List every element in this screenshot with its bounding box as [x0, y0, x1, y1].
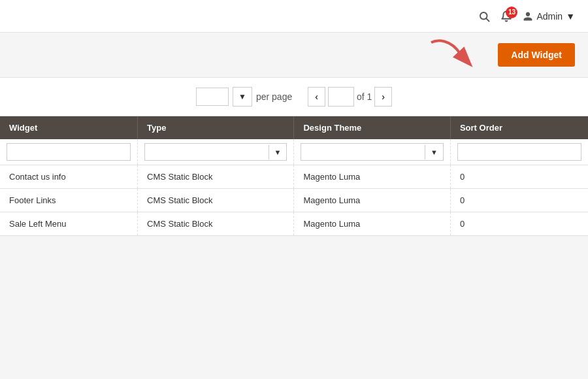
cell-sort_order: 0: [450, 212, 588, 236]
filter-type-arrow[interactable]: ▼: [269, 145, 287, 159]
notification-bell[interactable]: 13: [500, 10, 512, 22]
table-row[interactable]: Footer LinksCMS Static BlockMagento Luma…: [0, 189, 588, 212]
page-of-text: of 1: [357, 91, 372, 102]
cell-sort_order: 0: [450, 165, 588, 189]
search-icon[interactable]: [478, 10, 490, 22]
table-header-row: Widget Type Design Theme Sort Order: [0, 116, 588, 139]
col-type: Type: [138, 116, 294, 139]
filter-type-input[interactable]: [145, 144, 269, 160]
filter-widget-input[interactable]: [7, 143, 131, 161]
admin-label-text: Admin: [536, 11, 563, 22]
filter-theme-arrow[interactable]: ▼: [425, 145, 443, 159]
cell-type: CMS Static Block: [138, 189, 294, 212]
pagination-bar: 20 ▼ per page ‹ 1 of 1 ›: [0, 78, 588, 116]
cell-design_theme: Magento Luma: [294, 165, 450, 189]
admin-menu[interactable]: Admin ▼: [523, 11, 575, 22]
per-page-input[interactable]: 20: [196, 88, 229, 106]
filter-row: ▼ ▼: [0, 139, 588, 165]
svg-line-1: [487, 18, 489, 21]
per-page-text: per page: [256, 91, 292, 102]
pagination-controls: ‹ 1 of 1 ›: [308, 87, 392, 107]
filter-type-select[interactable]: ▼: [144, 143, 287, 161]
widgets-table: Widget Type Design Theme Sort Order ▼: [0, 116, 588, 236]
cell-design_theme: Magento Luma: [294, 212, 450, 236]
action-bar: Add Widget: [0, 33, 588, 78]
cell-widget: Footer Links: [0, 189, 138, 212]
col-widget: Widget: [0, 116, 138, 139]
notification-badge: 13: [506, 7, 517, 18]
next-page-button[interactable]: ›: [374, 87, 392, 107]
user-icon: [523, 11, 533, 22]
add-widget-arrow: [425, 36, 483, 74]
cell-design_theme: Magento Luma: [294, 189, 450, 212]
add-widget-button[interactable]: Add Widget: [498, 43, 575, 67]
admin-dropdown-arrow: ▼: [566, 11, 575, 22]
filter-theme-input[interactable]: [301, 144, 425, 160]
per-page-dropdown-arrow[interactable]: ▼: [233, 87, 252, 107]
page-number-input[interactable]: 1: [328, 87, 354, 107]
table-row[interactable]: Contact us infoCMS Static BlockMagento L…: [0, 165, 588, 189]
cell-type: CMS Static Block: [138, 212, 294, 236]
prev-page-button[interactable]: ‹: [308, 87, 325, 107]
cell-sort_order: 0: [450, 189, 588, 212]
filter-sort-order-input[interactable]: [457, 143, 581, 161]
col-sort-order: Sort Order: [450, 116, 588, 139]
cell-widget: Sale Left Menu: [0, 212, 138, 236]
cell-type: CMS Static Block: [138, 165, 294, 189]
cell-widget: Contact us info: [0, 165, 138, 189]
topbar: 13 Admin ▼: [0, 0, 588, 33]
filter-theme-select[interactable]: ▼: [301, 143, 443, 161]
col-design-theme: Design Theme: [294, 116, 450, 139]
table-row[interactable]: Sale Left MenuCMS Static BlockMagento Lu…: [0, 212, 588, 236]
per-page-control: 20 ▼ per page: [196, 87, 292, 107]
